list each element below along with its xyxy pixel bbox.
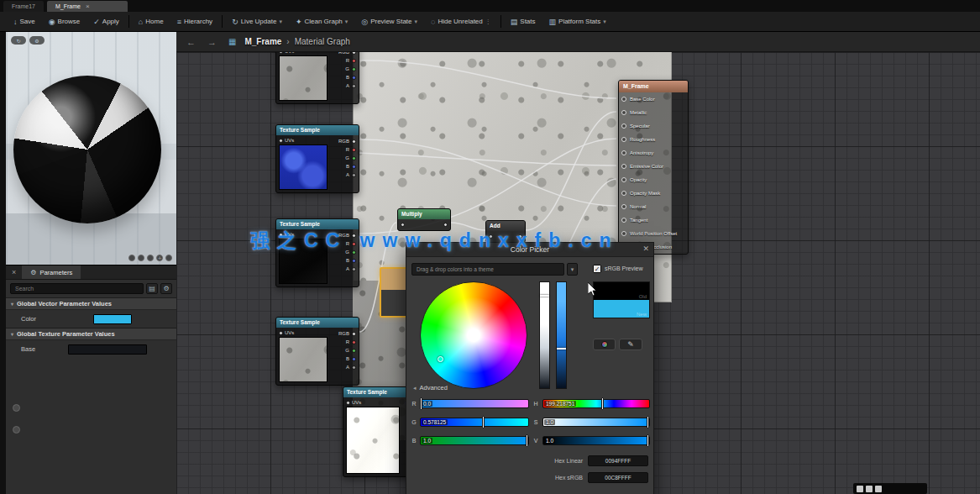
bar-handle[interactable] [540, 295, 549, 297]
apply-button[interactable]: ✓ Apply [86, 12, 126, 31]
preview-state-button[interactable]: ◎ Preview State ▾ [354, 12, 424, 31]
color-wheel[interactable] [420, 281, 527, 389]
list-item[interactable] [6, 418, 176, 440]
slider-handle[interactable] [601, 397, 604, 410]
saturation-bar[interactable] [539, 281, 550, 389]
search-input[interactable]: Search [10, 283, 144, 294]
close-icon[interactable]: ✕ [642, 244, 649, 253]
color-wheel-indicator[interactable] [438, 356, 443, 362]
color-theme-input[interactable]: Drag & drop colors into a theme [411, 263, 564, 276]
input-pin[interactable] [621, 191, 626, 196]
input-pin[interactable] [346, 401, 350, 405]
layers-button[interactable]: ▤ [146, 283, 158, 294]
input-pin[interactable] [621, 204, 626, 209]
settings-button[interactable]: ⚙ [160, 283, 172, 294]
output-pin[interactable] [352, 267, 356, 271]
output-pin[interactable] [352, 76, 356, 80]
hierarchy-button[interactable]: ≡ Hierarchy [170, 12, 220, 31]
material-result-node[interactable]: M_Frame Base Color Metallic Specular Rou… [618, 80, 689, 255]
asset-tab[interactable]: Frame17 [3, 1, 44, 12]
input-pin[interactable] [621, 218, 626, 223]
value-bar[interactable] [556, 281, 567, 389]
slider-handle[interactable] [526, 434, 528, 447]
browse-button[interactable]: ◉ Browse [42, 12, 87, 31]
output-pin[interactable] [352, 52, 356, 55]
output-pin[interactable] [352, 84, 356, 88]
output-pin[interactable] [352, 139, 356, 144]
parameter-group-header[interactable]: ▾ Global Texture Parameter Values [6, 328, 176, 340]
grid-icon[interactable]: ▦ [225, 37, 239, 46]
output-pin[interactable] [352, 259, 356, 263]
input-pin[interactable] [621, 97, 626, 102]
slider-handle[interactable] [647, 434, 649, 447]
home-button[interactable]: ⌂ Home [132, 12, 170, 31]
preview-shape-button[interactable] [128, 255, 135, 261]
hex-linear-field[interactable]: 0094FFFF [588, 455, 648, 466]
viewport-settings-badge[interactable]: ⚙ [29, 36, 45, 45]
input-pin[interactable] [401, 223, 405, 227]
slider-handle[interactable] [482, 416, 485, 428]
old-color-swatch[interactable]: Old [594, 282, 649, 300]
input-pin[interactable] [279, 139, 283, 143]
slider-track[interactable] [542, 436, 650, 445]
new-color-swatch[interactable]: New [594, 300, 649, 318]
parameter-group-header[interactable]: ▾ Global Vector Parameter Values [6, 297, 176, 310]
breadcrumb-root[interactable]: M_Frame [244, 37, 281, 46]
material-preview-viewport[interactable]: ↻ ⚙ ✛ [6, 32, 176, 265]
g-slider[interactable]: 0.578125 [420, 418, 529, 428]
b-slider[interactable]: 1.0 [420, 436, 529, 446]
close-icon[interactable]: × [9, 268, 18, 276]
output-pin[interactable] [352, 165, 356, 169]
save-button[interactable]: ↓ Save [7, 12, 42, 31]
input-pin[interactable] [621, 124, 626, 129]
texture-swatch[interactable] [68, 344, 147, 355]
output-pin[interactable] [352, 357, 356, 361]
s-slider[interactable]: 1.0 [542, 418, 650, 428]
forward-icon[interactable]: → [204, 37, 220, 47]
color-swatch[interactable] [93, 314, 132, 324]
slider-track[interactable] [420, 399, 529, 408]
input-pin[interactable] [279, 52, 283, 54]
theme-color-button[interactable] [593, 339, 616, 350]
input-pin[interactable] [279, 331, 283, 335]
stats-button[interactable]: ▤ Stats [504, 12, 542, 31]
advanced-expander[interactable]: ◂ Advanced [413, 384, 448, 392]
output-pin[interactable] [352, 332, 356, 336]
texture-sample-node[interactable]: Texture Sample UVs RGB R G B A [275, 317, 359, 386]
bar-handle[interactable] [557, 348, 566, 349]
color-picker-dialog[interactable]: Color Picker ✕ Drag & drop colors into a… [406, 242, 654, 494]
eyedropper-button[interactable]: ✎ [619, 339, 642, 350]
output-pin[interactable] [352, 365, 356, 370]
input-pin[interactable] [621, 110, 626, 115]
texture-sample-node[interactable]: Texture Sample UVs RGB R G B A [275, 52, 359, 104]
back-icon[interactable]: ← [183, 37, 199, 47]
preview-shape-button[interactable] [165, 255, 172, 261]
preview-shape-button[interactable] [147, 255, 154, 261]
output-pin[interactable] [352, 349, 356, 353]
asset-tab-active[interactable]: M_Frame × [47, 1, 128, 12]
material-preview-sphere[interactable] [13, 76, 161, 223]
input-pin[interactable] [621, 137, 626, 142]
r-slider[interactable]: 0.0 [420, 399, 529, 409]
srgb-preview-checkbox[interactable]: ✓ [593, 265, 601, 273]
output-pin[interactable] [352, 173, 356, 177]
output-pin[interactable] [352, 59, 356, 63]
platform-stats-button[interactable]: ▥ Platform Stats ▾ [542, 12, 613, 31]
input-pin[interactable] [621, 150, 626, 155]
slider-track[interactable] [542, 418, 650, 427]
input-pin[interactable] [621, 177, 626, 182]
list-item[interactable] [6, 397, 176, 418]
output-pin[interactable] [352, 148, 356, 152]
slider-handle[interactable] [647, 416, 649, 428]
viewport-mode-badge[interactable]: ↻ [11, 36, 26, 45]
close-icon[interactable]: × [86, 1, 90, 12]
output-pin[interactable] [352, 156, 356, 160]
v-slider[interactable]: 1.0 [542, 436, 650, 446]
live-update-button[interactable]: ↻ Live Update ▾ [225, 12, 289, 31]
input-pin[interactable] [621, 231, 626, 236]
input-pin[interactable] [621, 164, 626, 169]
hide-unrelated-button[interactable]: ◌ Hide Unrelated ⋮ [424, 12, 498, 31]
hex-srgb-field[interactable]: 00C8FFFF [588, 472, 648, 483]
preview-shape-button[interactable]: ✛ [156, 255, 163, 261]
h-slider[interactable]: 199.218751 [542, 399, 650, 409]
